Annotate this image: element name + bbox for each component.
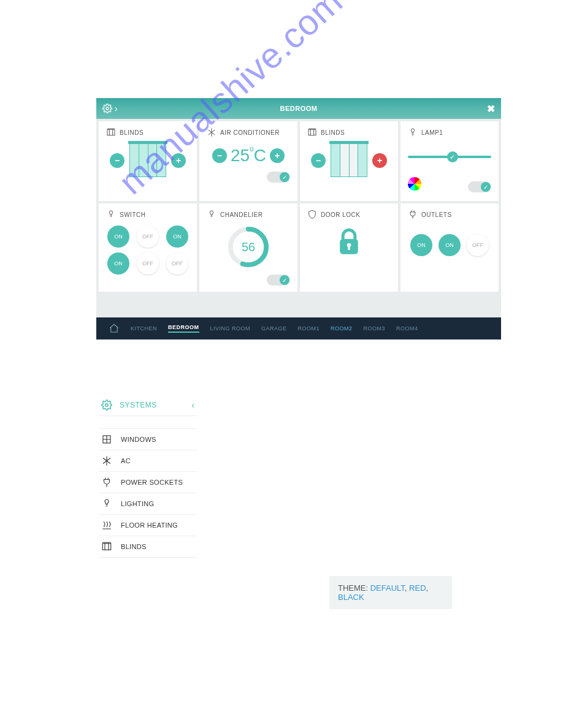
sys-item-ac[interactable]: AC [99,450,197,472]
gear-icon [101,400,112,411]
sys-item-label: POWER SOCKETS [121,479,183,486]
nav-room-room2[interactable]: ROOM2 [331,325,353,332]
outlet-btn-3[interactable]: OFF [467,234,489,256]
page-title: BEDROOM [280,105,318,112]
svg-rect-10 [102,544,111,550]
nav-room-room4[interactable]: ROOM4 [396,325,418,332]
card-label: OUTLETS [421,211,452,218]
sys-item-heating[interactable]: FLOOR HEATING [99,515,197,536]
minus-button[interactable]: − [110,153,124,168]
card-label: LAMP1 [421,129,443,136]
card-switch: SWITCH ON OFF ON ON OFF OFF [99,203,197,292]
card-label: AIR CONDITIONER [220,129,280,136]
card-lamp: LAMP1 ✓ [400,121,499,201]
blinds-graphic [331,143,367,177]
sys-item-label: WINDOWS [121,436,156,443]
nav-room-room3[interactable]: ROOM3 [364,325,386,332]
switch-btn-1[interactable]: ON [107,226,129,248]
heating-icon [101,520,112,531]
plus-button[interactable]: + [171,153,186,168]
blinds-icon [106,127,116,137]
plug-icon [101,477,112,488]
systems-list: WINDOWS AC POWER SOCKETS LIGHTING FLOOR … [99,428,197,558]
chevron-left-icon[interactable]: ‹ [191,400,194,410]
toggle-switch[interactable] [267,275,290,286]
gap-strip [96,294,501,317]
color-wheel[interactable] [408,177,421,191]
theme-prefix: THEME: [338,583,370,593]
lamp-icon [408,127,418,137]
dimmer-ring[interactable]: 56 [227,226,270,268]
outlet-btn-1[interactable]: ON [410,234,432,256]
titlebar: › BEDROOM ✖ [96,98,501,119]
nav-room-bedroom[interactable]: BEDROOM [168,324,199,333]
svg-rect-2 [308,129,316,135]
svg-rect-1 [107,129,115,135]
chevron-right-icon[interactable]: › [115,104,118,113]
toggle-switch[interactable] [468,181,491,192]
switch-btn-6[interactable]: OFF [166,252,188,275]
sys-item-label: LIGHTING [121,500,154,507]
card-label: SWITCH [120,211,145,218]
plus-button[interactable]: + [270,148,285,163]
bottom-nav: KITCHEN BEDROOM LIVING ROOM GARAGE ROOM1… [96,317,501,339]
card-grid: BLINDS − + AIR CONDITIONER − [96,119,501,294]
card-outlets: OUTLETS ON ON OFF [400,203,499,292]
card-label: CHANDELIER [220,211,262,218]
sys-item-label: FLOOR HEATING [121,521,178,529]
svg-point-8 [105,404,109,407]
brightness-slider[interactable]: ✓ [408,156,491,158]
card-label: BLINDS [120,129,144,136]
card-ac: AIR CONDITIONER − 25oC + [199,121,297,201]
bulb-icon [101,498,112,509]
switch-btn-4[interactable]: ON [107,252,129,275]
lock-icon[interactable] [337,228,361,256]
theme-black[interactable]: BLACK [338,593,364,602]
theme-box: THEME: DEFAULT, RED, BLACK [329,576,452,609]
sys-item-power[interactable]: POWER SOCKETS [99,472,197,493]
blinds-icon [307,127,317,137]
svg-rect-7 [348,246,350,251]
window-icon [101,434,112,445]
close-icon[interactable]: ✖ [487,103,495,115]
card-blinds-1: BLINDS − + [99,121,197,201]
card-chandelier: CHANDELIER 56 [199,203,297,292]
nav-room-room1[interactable]: ROOM1 [298,325,320,332]
sys-item-blinds[interactable]: BLINDS [99,536,197,558]
card-blinds-2: BLINDS − + [300,121,398,201]
switch-icon [106,210,116,219]
systems-panel: SYSTEMS ‹ WINDOWS AC POWER SOCKETS LIGHT… [99,395,197,558]
nav-room-kitchen[interactable]: KITCHEN [131,325,157,332]
switch-btn-3[interactable]: ON [166,226,188,248]
outlet-btn-2[interactable]: ON [439,234,461,256]
plug-icon [408,210,418,219]
systems-header: SYSTEMS ‹ [99,395,197,416]
switch-btn-2[interactable]: OFF [137,226,159,248]
card-doorlock: DOOR LOCK [300,203,398,292]
svg-point-0 [106,107,109,110]
shield-icon [307,210,317,219]
home-icon[interactable] [109,323,120,334]
toggle-switch[interactable] [267,172,290,183]
systems-title: SYSTEMS [120,401,191,409]
minus-button[interactable]: − [212,148,227,163]
sys-item-label: AC [121,457,131,464]
switch-grid: ON OFF ON ON OFF OFF [106,226,190,275]
switch-btn-5[interactable]: OFF [137,252,159,275]
temperature-value: 25oC [231,146,266,165]
sys-item-windows[interactable]: WINDOWS [99,429,197,450]
plus-button[interactable]: + [372,153,387,168]
theme-red[interactable]: RED [409,583,426,593]
theme-default[interactable]: DEFAULT [370,583,405,593]
sys-item-lighting[interactable]: LIGHTING [99,493,197,515]
card-label: BLINDS [321,129,345,136]
sys-item-label: BLINDS [121,543,147,550]
snowflake-icon [101,455,112,466]
nav-room-livingroom[interactable]: LIVING ROOM [210,325,251,332]
card-label: DOOR LOCK [321,211,361,218]
minus-button[interactable]: − [311,153,326,168]
dimmer-value: 56 [227,226,270,268]
nav-room-garage[interactable]: GARAGE [261,325,287,332]
gear-icon[interactable] [102,104,112,113]
blinds-icon [101,541,112,552]
